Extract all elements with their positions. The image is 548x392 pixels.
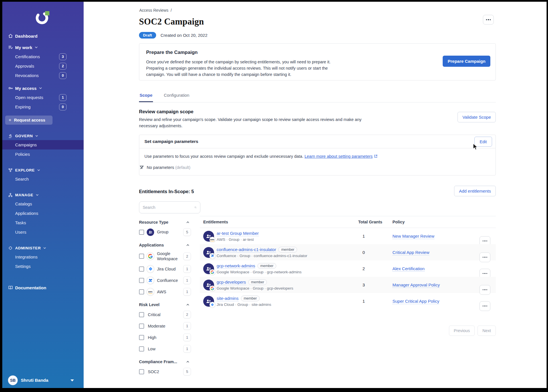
- entitlement-icon: [203, 280, 214, 290]
- tab-configuration[interactable]: Configuration: [163, 90, 190, 102]
- edit-parameters-button[interactable]: Edit: [474, 137, 492, 147]
- sidebar-item-campaigns[interactable]: Campaigns: [2, 140, 84, 149]
- sidebar-group-my-work[interactable]: My work: [2, 43, 84, 52]
- entitlement-subtitle: Google Workspace · Group · gcp-developer…: [217, 286, 293, 290]
- sidebar-group-my-access[interactable]: My access: [2, 84, 84, 93]
- row-actions-button[interactable]: [480, 301, 490, 311]
- entitlement-link[interactable]: ar-test Group Member: [217, 231, 259, 236]
- total-grants-value: 2: [358, 266, 365, 271]
- policy-link[interactable]: New Manager Review: [392, 234, 434, 239]
- page-actions-button[interactable]: [483, 15, 494, 25]
- google-workspace-icon: [147, 252, 154, 260]
- checkbox[interactable]: [139, 254, 144, 259]
- validate-scope-button[interactable]: Validate Scope: [458, 112, 496, 122]
- sidebar-item-revocations[interactable]: Revocations 0: [2, 71, 84, 80]
- user-menu[interactable]: SB Shruti Banda: [8, 375, 78, 385]
- checkbox[interactable]: [139, 289, 144, 294]
- sidebar-group-govern[interactable]: GOVERN: [2, 132, 84, 140]
- checkbox[interactable]: [139, 369, 144, 374]
- sidebar-item-applications[interactable]: Applications: [2, 209, 84, 218]
- checkbox[interactable]: [139, 278, 144, 283]
- chevron-down-icon: [34, 45, 38, 49]
- entitlement-icon: [203, 296, 214, 307]
- group-label: My access: [15, 86, 37, 91]
- sidebar-group-explore[interactable]: EXPLORE: [2, 166, 84, 174]
- checkbox[interactable]: [139, 324, 144, 329]
- policy-link[interactable]: Manager Approval Policy: [392, 282, 440, 288]
- sidebar-item-users[interactable]: Users: [2, 227, 84, 237]
- policy-link[interactable]: Critical App Review: [392, 250, 429, 255]
- next-page-button[interactable]: Next: [478, 326, 496, 336]
- count-badge: 3: [59, 53, 67, 60]
- sidebar-item-catalogs[interactable]: Catalogs: [2, 199, 84, 209]
- entitlement-subtitle: AWS · Group · ar-test: [217, 237, 259, 242]
- request-access-button[interactable]: + Request access: [5, 116, 53, 125]
- sidebar-item-search[interactable]: Search: [2, 174, 84, 184]
- chevron-up-icon[interactable]: [186, 303, 190, 307]
- sidebar-item-label: Certifications: [15, 54, 40, 59]
- filter-item-label: Jira Cloud: [157, 266, 183, 272]
- entitlements-search[interactable]: [139, 201, 200, 213]
- parameters-card-title: Set campaign parameters: [144, 139, 198, 144]
- learn-more-link[interactable]: Learn more about setting parameters: [305, 154, 373, 159]
- column-header-policy: Policy: [392, 220, 471, 224]
- sidebar-group-manage[interactable]: MANAGE: [2, 191, 84, 199]
- count-badge: 0: [59, 72, 67, 79]
- checkbox[interactable]: [139, 266, 144, 272]
- filter-item-group[interactable]: Group 5: [139, 228, 198, 236]
- entitlement-link[interactable]: gcp-developers: [217, 280, 246, 285]
- policy-link[interactable]: Alex Certification: [392, 266, 425, 272]
- search-input[interactable]: [143, 205, 194, 210]
- search-icon: [194, 205, 197, 210]
- prepare-campaign-button[interactable]: Prepare Campaign: [443, 56, 490, 67]
- checkbox[interactable]: [139, 312, 144, 317]
- sidebar-item-certifications[interactable]: Certifications 3: [2, 52, 84, 61]
- filter-item-confluence[interactable]: Confluence 1: [139, 276, 198, 284]
- chevron-down-icon: [37, 168, 41, 172]
- entitlement-link[interactable]: gcp-network-admins: [217, 263, 255, 269]
- filter-count-badge: 1: [183, 265, 191, 273]
- previous-page-button[interactable]: Previous: [449, 326, 475, 336]
- checkbox[interactable]: [139, 230, 144, 235]
- entitlement-link[interactable]: site-admins: [217, 296, 239, 301]
- filter-item-jira-cloud[interactable]: Jira Cloud 1: [139, 265, 198, 273]
- filter-item-google-workspace[interactable]: Google Workspace 2: [139, 251, 198, 261]
- breadcrumb-link[interactable]: Access Reviews: [139, 8, 168, 13]
- filter-item-high[interactable]: High 1: [139, 334, 198, 341]
- sidebar-item-tasks[interactable]: Tasks: [2, 218, 84, 227]
- sidebar-item-label: Documentation: [15, 285, 46, 290]
- group-label: MANAGE: [15, 193, 33, 197]
- filter-item-moderate[interactable]: Moderate 1: [139, 322, 198, 330]
- sidebar-item-expiring[interactable]: Expiring 0: [2, 102, 84, 112]
- sidebar-item-approvals[interactable]: Approvals 2: [2, 61, 84, 71]
- sidebar-item-label: Settings: [15, 264, 31, 269]
- chevron-up-icon[interactable]: [186, 243, 190, 247]
- filter-item-soc2[interactable]: SOC2 5: [139, 368, 198, 375]
- table-row: confluence-admins-c1-insulator member Co…: [200, 244, 496, 260]
- entitlement-icon: aws: [203, 231, 214, 242]
- entitlement-link[interactable]: confluence-admins-c1-insulator: [217, 247, 276, 252]
- sidebar-item-open-requests[interactable]: Open requests 1: [2, 93, 84, 102]
- sidebar-item-settings[interactable]: Settings: [2, 262, 84, 271]
- checkbox[interactable]: [139, 346, 144, 351]
- group-label: GOVERN: [15, 134, 33, 138]
- chevron-up-icon[interactable]: [186, 220, 190, 224]
- filter-item-aws[interactable]: aws AWS 1: [139, 288, 198, 296]
- tab-scope[interactable]: Scope: [139, 90, 153, 102]
- sidebar-item-label: Campaigns: [15, 142, 37, 147]
- add-entitlements-button[interactable]: Add entitlements: [454, 186, 496, 196]
- key-icon: [8, 86, 13, 91]
- sidebar-item-integrations[interactable]: Integrations: [2, 252, 84, 262]
- filter-item-low[interactable]: Low 1: [139, 345, 198, 353]
- filter-group-risk-level: Risk Level: [139, 302, 198, 307]
- sidebar-item-dashboard[interactable]: Dashboard: [2, 31, 84, 41]
- policy-link[interactable]: Super Critical App Policy: [392, 299, 439, 304]
- checkbox[interactable]: [139, 335, 144, 340]
- sidebar-item-documentation[interactable]: Documentation: [2, 283, 84, 292]
- filter-item-critical[interactable]: Critical 2: [139, 311, 198, 318]
- sidebar-group-administer[interactable]: ADMINISTER: [2, 244, 84, 252]
- sidebar-item-policies[interactable]: Policies: [2, 149, 84, 159]
- filter-off-icon: [139, 165, 144, 170]
- network-icon: [8, 168, 13, 173]
- chevron-up-icon[interactable]: [186, 360, 190, 364]
